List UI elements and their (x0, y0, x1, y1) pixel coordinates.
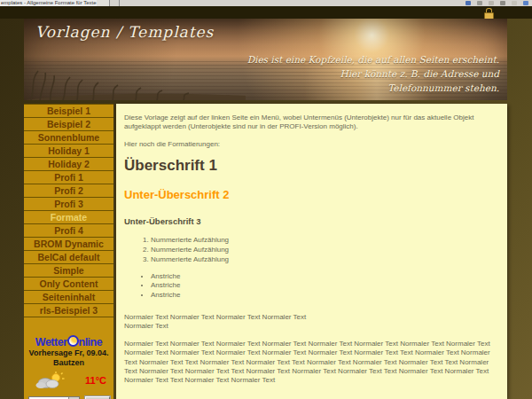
menu-item-holiday-2[interactable]: Holiday 2 (24, 158, 113, 171)
panels-icon[interactable] (477, 1, 482, 5)
content-area: Diese Vorlage zeigt auf der linken Seite… (116, 104, 507, 399)
browser-toolbar (466, 0, 528, 6)
menu-item-simple[interactable]: Simple (24, 264, 113, 278)
tagline-line: Dies ist eine Kopfzeile, die auf allen S… (247, 53, 499, 67)
menu-item-profi-3[interactable]: Profi 3 (24, 198, 113, 211)
numbered-list: Nummerierte Aufzählung Nummerierte Aufzä… (124, 236, 499, 264)
menu-item-profi-1[interactable]: Profi 1 (24, 171, 113, 184)
main-menu: Beispiel 1 Beispiel 2 Sonnenblume Holida… (24, 104, 113, 317)
intro-paragraph-2: Hier noch die Formatierungen: (124, 140, 499, 149)
menu-item-belcal-default[interactable]: BelCal default (24, 251, 113, 264)
lock-icon[interactable] (484, 8, 494, 18)
browser-tab-stub[interactable] (110, 0, 120, 6)
wetteronline-o-icon (67, 335, 79, 347)
site-title: Vorlagen / Templates (35, 23, 214, 41)
header-tagline: Dies ist eine Kopfzeile, die auf allen S… (247, 53, 499, 95)
menu-item-only-content[interactable]: Only Content (24, 278, 113, 291)
numbered-list-item: Nummerierte Aufzählung (151, 246, 499, 255)
menu-item-brom-dynamic[interactable]: BROM Dynamic (24, 238, 113, 251)
forecast-date-label: Vorhersage Fr, 09.04. (24, 348, 113, 358)
bullet-list-item: Anstriche (151, 291, 499, 301)
menu-item-profi-2[interactable]: Profi 2 (24, 184, 113, 198)
weather-widget: Wetternline Vorhersage Fr, 09.04. Bautze… (24, 335, 113, 399)
browser-tab[interactable]: emplates - Allgemeine Formate für Texte … (0, 0, 98, 6)
sidebar: Beispiel 1 Beispiel 2 Sonnenblume Holida… (24, 104, 113, 399)
webpage-background: Vorlagen / Templates Dies ist eine Kopfz… (0, 6, 532, 399)
partly-cloudy-icon (35, 372, 65, 389)
help-icon[interactable] (523, 1, 528, 5)
browser-tab-stub[interactable] (97, 0, 110, 6)
numbered-list-item: Nummerierte Aufzählung (151, 236, 499, 246)
dune-grass-graphic (24, 68, 246, 100)
menu-item-sonnenblume[interactable]: Sonnenblume (24, 131, 113, 145)
go-button[interactable]: GO (85, 396, 110, 399)
bullet-list-item: Anstriche (151, 281, 499, 291)
bullet-list: Anstriche Anstriche Anstriche (124, 272, 499, 301)
intro-paragraph: Diese Vorlage zeigt auf der linken Seite… (124, 113, 499, 132)
normal-text-paragraph: Normaler Text Normaler Text Normaler Tex… (124, 313, 499, 332)
header-image: Vorlagen / Templates Dies ist eine Kopfz… (24, 19, 507, 100)
forecast-city-label: Bautzen (24, 358, 113, 368)
site-container: Vorlagen / Templates Dies ist eine Kopfz… (24, 19, 507, 399)
minimize-icon[interactable] (489, 1, 494, 5)
normal-text-paragraph-long: Normaler Text Normaler Text Normaler Tex… (124, 340, 499, 386)
heading-3: Unter-Überschrift 3 (124, 216, 499, 226)
window-icon[interactable] (500, 1, 505, 5)
bookmark-icon[interactable] (466, 1, 471, 5)
browser-chrome: emplates - Allgemeine Formate für Texte … (0, 0, 532, 6)
heading-1: Überschrift 1 (124, 157, 499, 175)
menu-item-formate[interactable]: Formate (24, 211, 113, 224)
menu-item-seiteninhalt[interactable]: Seiteninhalt (24, 291, 113, 304)
menu-item-rls-beispiel-3[interactable]: rls-Beispiel 3 (24, 304, 113, 317)
menu-item-profi-4[interactable]: Profi 4 (24, 224, 113, 238)
wetteronline-logo[interactable]: Wetternline (24, 335, 113, 348)
menu-item-holiday-1[interactable]: Holiday 1 (24, 145, 113, 158)
page-top-strip (0, 6, 532, 19)
tagline-line: Hier könnte z. B. die Adresse und (247, 67, 499, 82)
page-icon[interactable] (512, 1, 517, 5)
heading-2: Unter-Überschrift 2 (124, 188, 499, 201)
temperature-value: 11°C (85, 375, 106, 386)
tagline-line: Telefonnummer stehen. (247, 82, 499, 96)
numbered-list-item: Nummerierte Aufzählung (151, 255, 499, 265)
menu-item-beispiel-2[interactable]: Beispiel 2 (24, 118, 113, 131)
menu-item-beispiel-1[interactable]: Beispiel 1 (24, 105, 113, 118)
bullet-list-item: Anstriche (151, 272, 499, 282)
